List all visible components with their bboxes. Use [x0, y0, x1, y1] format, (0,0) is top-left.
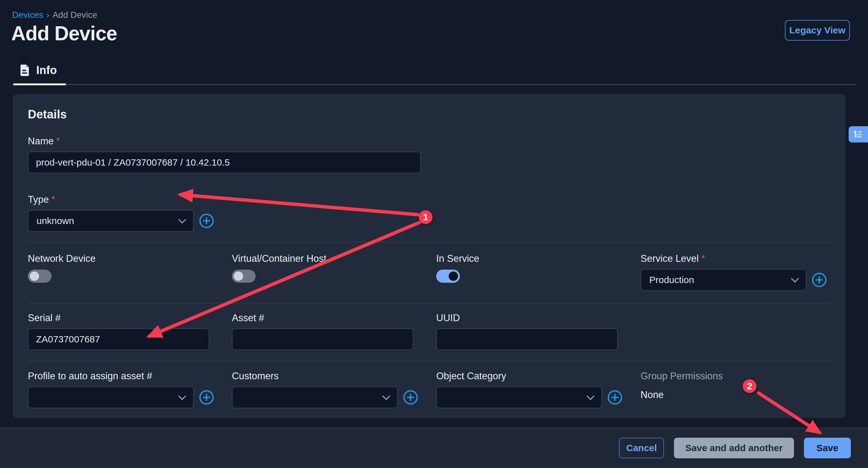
breadcrumb-separator: ›: [46, 10, 50, 20]
network-device-toggle[interactable]: [28, 270, 52, 283]
service-level-select[interactable]: Production: [641, 269, 806, 291]
required-asterisk: *: [51, 194, 55, 205]
group-permissions-value: None: [641, 389, 723, 401]
uuid-label: UUID: [436, 312, 618, 324]
serial-input[interactable]: [28, 329, 209, 350]
field-service-level: Service Level* Production: [641, 253, 827, 291]
name-input[interactable]: [28, 152, 421, 174]
group-permissions-label: Group Permissions: [641, 371, 723, 382]
tree-panel-toggle-button[interactable]: [849, 126, 868, 143]
service-level-label: Service Level*: [641, 253, 827, 264]
chevron-down-icon: [382, 392, 390, 400]
in-service-label: In Service: [436, 253, 479, 264]
toggle-knob: [234, 272, 243, 281]
profile-auto-asset-label: Profile to auto assign asset #: [28, 371, 214, 382]
section-divider: [28, 242, 831, 242]
tab-bar: Info: [0, 61, 868, 86]
save-and-add-another-button[interactable]: Save and add another: [674, 438, 794, 458]
add-service-level-icon[interactable]: [812, 273, 827, 287]
uuid-input[interactable]: [436, 329, 618, 350]
section-divider: [28, 361, 831, 362]
field-in-service: In Service: [436, 253, 479, 283]
card-heading: Details: [28, 108, 67, 121]
annotation-badge-1: 1: [419, 210, 432, 224]
field-uuid: UUID: [436, 312, 618, 350]
cancel-button[interactable]: Cancel: [619, 438, 664, 458]
field-serial: Serial #: [28, 312, 209, 350]
add-profile-icon[interactable]: [199, 390, 214, 405]
object-category-label: Object Category: [436, 371, 622, 382]
customers-select[interactable]: [232, 386, 398, 408]
network-device-label: Network Device: [28, 253, 96, 264]
type-select[interactable]: unknown: [28, 210, 194, 232]
field-asset: Asset #: [232, 312, 413, 350]
field-profile-auto-asset: Profile to auto assign asset #: [28, 371, 214, 408]
type-label: Type*: [28, 194, 214, 205]
legacy-view-button[interactable]: Legacy View: [785, 20, 850, 41]
tree-view-icon: [852, 129, 863, 139]
field-group-permissions: Group Permissions None: [641, 371, 723, 401]
virtual-container-host-toggle[interactable]: [232, 270, 256, 283]
required-asterisk: *: [56, 135, 60, 147]
field-type: Type* unknown: [28, 194, 214, 232]
add-customer-icon[interactable]: [403, 390, 418, 405]
customers-label: Customers: [232, 371, 418, 382]
in-service-toggle[interactable]: [436, 270, 460, 283]
asset-label: Asset #: [232, 312, 413, 324]
add-object-category-icon[interactable]: [608, 390, 622, 405]
tab-info-label: Info: [36, 64, 57, 77]
field-object-category: Object Category: [436, 371, 622, 408]
field-name: Name*: [28, 135, 421, 174]
chevron-down-icon: [587, 392, 594, 400]
chevron-down-icon: [178, 216, 186, 223]
required-asterisk: *: [701, 253, 705, 264]
annotation-badge-2: 2: [743, 379, 756, 393]
section-divider: [28, 303, 831, 303]
save-button[interactable]: Save: [804, 438, 851, 458]
tab-track-line: [66, 84, 856, 85]
virtual-container-host-label: Virtual/Container Host: [232, 253, 327, 264]
asset-input[interactable]: [232, 329, 413, 350]
breadcrumb: Devices›Add Device: [12, 10, 97, 20]
chevron-down-icon: [791, 275, 799, 282]
toggle-knob: [30, 272, 39, 281]
active-tab-indicator: [13, 84, 66, 85]
details-card: Details Name* Type* unknown Network Devi…: [13, 94, 845, 418]
page-title: Add Device: [11, 22, 117, 45]
field-customers: Customers: [232, 371, 418, 408]
footer-action-bar: Cancel Save and add another Save: [0, 427, 868, 468]
type-select-value: unknown: [36, 216, 74, 226]
object-category-select[interactable]: [436, 386, 602, 408]
name-label: Name*: [28, 135, 421, 147]
profile-auto-asset-select[interactable]: [28, 386, 194, 408]
document-icon: [19, 64, 30, 76]
field-virtual-container-host: Virtual/Container Host: [232, 253, 327, 283]
breadcrumb-current: Add Device: [53, 10, 97, 20]
serial-label: Serial #: [28, 312, 209, 324]
chevron-down-icon: [178, 392, 186, 400]
tab-info[interactable]: Info: [19, 64, 57, 77]
toggle-knob: [449, 272, 458, 281]
add-type-icon[interactable]: [199, 214, 214, 228]
breadcrumb-devices-link[interactable]: Devices: [12, 10, 43, 20]
service-level-select-value: Production: [649, 275, 694, 285]
field-network-device: Network Device: [28, 253, 96, 283]
